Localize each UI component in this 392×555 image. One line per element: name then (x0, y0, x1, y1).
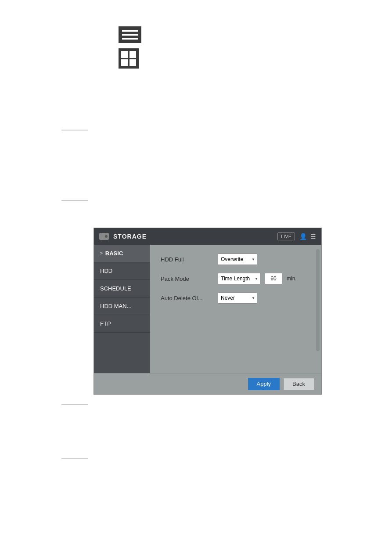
decorative-line-3 (61, 404, 88, 405)
decorative-line-4 (61, 458, 88, 459)
hamburger-line-2 (122, 34, 138, 36)
hdd-full-select-wrapper: Overwrite Stop (218, 254, 257, 265)
decorative-line-2 (61, 200, 88, 201)
dialog-footer: Apply Back (94, 373, 321, 394)
grid-cell-2 (129, 51, 137, 58)
grid-view-icon[interactable] (119, 48, 139, 69)
hdd-full-label: HDD Full (161, 256, 213, 263)
dialog-title: STORAGE (113, 233, 273, 240)
storage-dialog: STORAGE LIVE 👤 ☰ > BASIC HDD SCHEDULE HD… (94, 228, 322, 395)
sidebar-label-hdd: HDD (100, 268, 112, 274)
settings-icon[interactable]: ☰ (310, 233, 316, 240)
sidebar-item-schedule[interactable]: SCHEDULE (94, 280, 150, 297)
pack-mode-unit-label: min. (287, 276, 297, 282)
grid-cell-1 (121, 51, 128, 58)
sidebar-item-basic[interactable]: > BASIC (94, 245, 150, 262)
sidebar-label-ftp: FTP (100, 320, 111, 327)
grid-cell-4 (129, 59, 137, 66)
dialog-titlebar: STORAGE LIVE 👤 ☰ (94, 228, 321, 245)
hamburger-icon[interactable] (119, 26, 141, 43)
grid-cell-3 (121, 59, 128, 66)
scroll-bar (316, 249, 320, 351)
hdd-full-row: HDD Full Overwrite Stop (161, 254, 311, 265)
back-button[interactable]: Back (283, 378, 314, 390)
auto-delete-label: Auto Delete Ol... (161, 295, 213, 301)
sidebar-label-schedule: SCHEDULE (100, 285, 131, 292)
pack-mode-select[interactable]: Time Length File Size (218, 273, 260, 284)
pack-mode-number-input[interactable] (265, 273, 282, 284)
auto-delete-select-wrapper: Never 1 Day 7 Days 30 Days (218, 292, 257, 304)
pack-mode-row: Pack Mode Time Length File Size min. (161, 273, 311, 284)
pack-mode-label: Pack Mode (161, 276, 213, 282)
dialog-sidebar: > BASIC HDD SCHEDULE HDD MAN... FTP (94, 245, 150, 373)
sidebar-label-hdd-man: HDD MAN... (100, 303, 132, 309)
hdd-drive-icon (99, 233, 109, 240)
user-icon[interactable]: 👤 (299, 233, 307, 240)
live-badge: LIVE (277, 232, 295, 240)
hamburger-line-3 (122, 38, 138, 40)
sidebar-item-hdd-man[interactable]: HDD MAN... (94, 297, 150, 315)
sidebar-item-ftp[interactable]: FTP (94, 315, 150, 333)
dialog-content: HDD Full Overwrite Stop Pack Mode Time L… (150, 245, 321, 373)
decorative-line-1 (61, 130, 88, 131)
hdd-full-select[interactable]: Overwrite Stop (218, 254, 257, 265)
sidebar-item-hdd[interactable]: HDD (94, 262, 150, 280)
titlebar-icons: 👤 ☰ (299, 233, 316, 240)
auto-delete-select[interactable]: Never 1 Day 7 Days 30 Days (218, 292, 257, 304)
apply-button[interactable]: Apply (248, 378, 280, 390)
dialog-body: > BASIC HDD SCHEDULE HDD MAN... FTP HDD … (94, 245, 321, 373)
sidebar-label-basic: BASIC (105, 250, 123, 257)
top-icons-container (119, 26, 141, 69)
auto-delete-row: Auto Delete Ol... Never 1 Day 7 Days 30 … (161, 292, 311, 304)
sidebar-arrow-basic: > (100, 251, 103, 256)
pack-mode-select-wrapper: Time Length File Size (218, 273, 260, 284)
hamburger-line-1 (122, 30, 138, 32)
